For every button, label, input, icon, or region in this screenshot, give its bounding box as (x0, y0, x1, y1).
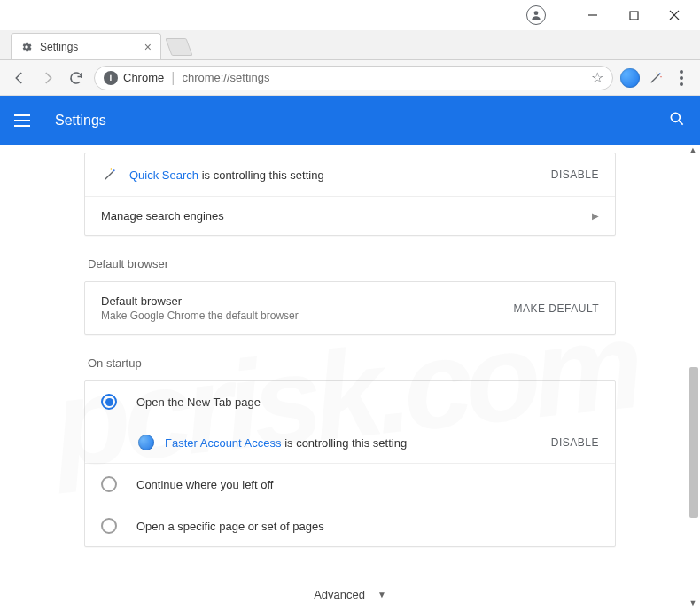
svg-line-13 (680, 121, 683, 125)
svg-point-6 (659, 73, 661, 74)
startup-option-specific[interactable]: Open a specific page or set of pages (85, 505, 615, 546)
tab-title: Settings (40, 41, 78, 53)
svg-point-10 (680, 76, 683, 80)
svg-point-15 (113, 169, 115, 171)
profile-icon[interactable] (526, 5, 546, 25)
svg-line-5 (651, 74, 659, 82)
tab-strip: Settings × (0, 30, 700, 60)
menu-icon[interactable] (14, 110, 35, 131)
gear-icon (20, 41, 33, 53)
default-browser-desc: Make Google Chrome the default browser (101, 309, 299, 322)
svg-point-9 (680, 70, 683, 74)
controlling-text: is controlling this setting (198, 168, 324, 182)
settings-header: Settings (0, 96, 700, 145)
chevron-down-icon: ▼ (377, 590, 386, 599)
extension-controlling-row: Quick Search is controlling this setting… (85, 153, 615, 196)
startup-option-continue[interactable]: Continue where you left off (85, 463, 615, 505)
default-browser-row: Default browser Make Google Chrome the d… (85, 282, 615, 334)
svg-point-11 (680, 82, 683, 86)
extension-icon-blue[interactable] (620, 68, 640, 88)
section-on-startup: On startup (88, 356, 612, 370)
startup-specific-label: Open a specific page or set of pages (136, 520, 324, 533)
window-titlebar (0, 0, 700, 30)
page-title: Settings (55, 113, 106, 129)
url-separator: | (171, 70, 175, 86)
svg-line-14 (105, 171, 113, 179)
svg-point-12 (671, 113, 680, 121)
site-info-icon[interactable]: i Chrome (104, 71, 164, 85)
radio-newtab[interactable] (101, 394, 117, 410)
extension-icon-wand[interactable] (647, 69, 665, 87)
tab-close-icon[interactable]: × (144, 40, 152, 54)
svg-point-16 (111, 168, 112, 169)
search-engine-card: Quick Search is controlling this setting… (84, 153, 616, 236)
disable-button-2[interactable]: DISABLE (551, 436, 599, 449)
svg-rect-2 (630, 12, 638, 20)
extension-blue-icon (138, 435, 154, 450)
startup-newtab-label: Open the New Tab page (136, 396, 261, 409)
bookmark-star-icon[interactable]: ☆ (591, 69, 603, 86)
minimize-button[interactable] (572, 0, 613, 30)
startup-card: Open the New Tab page Faster Account Acc… (84, 380, 616, 547)
toolbar: i Chrome | chrome://settings ☆ (0, 60, 700, 96)
advanced-label: Advanced (314, 588, 365, 601)
manage-search-engines-row[interactable]: Manage search engines ▶ (85, 196, 615, 235)
scroll-thumb[interactable] (689, 367, 698, 518)
default-browser-card: Default browser Make Google Chrome the d… (84, 281, 616, 335)
tab-settings[interactable]: Settings × (11, 33, 161, 59)
advanced-toggle[interactable]: Advanced ▼ (84, 568, 616, 611)
chevron-right-icon: ▶ (592, 211, 599, 221)
manage-search-label: Manage search engines (101, 209, 224, 223)
close-button[interactable] (654, 0, 695, 30)
url-path: chrome://settings (182, 71, 269, 84)
extension2-controlling-text: is controlling this setting (282, 436, 408, 450)
search-icon[interactable] (668, 110, 686, 131)
svg-point-8 (660, 76, 661, 77)
extension-wand-icon (101, 166, 119, 184)
scroll-down-icon[interactable]: ▼ (688, 599, 698, 611)
chrome-menu-icon[interactable] (672, 68, 691, 88)
svg-point-0 (534, 11, 539, 15)
maximize-button[interactable] (613, 0, 654, 30)
startup-continue-label: Continue where you left off (136, 478, 273, 491)
disable-button[interactable]: DISABLE (551, 168, 599, 181)
svg-point-7 (657, 72, 657, 73)
startup-option-newtab[interactable]: Open the New Tab page (85, 381, 615, 422)
url-scheme-label: Chrome (123, 71, 164, 84)
new-tab-button[interactable] (165, 38, 192, 56)
default-browser-title: Default browser (101, 294, 299, 308)
extension2-name-link[interactable]: Faster Account Access (165, 436, 282, 450)
back-button[interactable] (9, 67, 30, 89)
startup-extension-row: Faster Account Access is controlling thi… (85, 422, 615, 463)
forward-button[interactable] (37, 67, 58, 89)
make-default-button[interactable]: MAKE DEFAULT (514, 302, 599, 315)
radio-continue[interactable] (101, 476, 117, 492)
radio-specific[interactable] (101, 518, 117, 534)
scrollbar[interactable]: ▲ ▼ (688, 145, 698, 611)
reload-button[interactable] (66, 67, 87, 89)
extension-name-link[interactable]: Quick Search (129, 168, 198, 182)
section-default-browser: Default browser (88, 257, 612, 270)
address-bar[interactable]: i Chrome | chrome://settings ☆ (94, 66, 613, 90)
scroll-up-icon[interactable]: ▲ (688, 145, 698, 158)
